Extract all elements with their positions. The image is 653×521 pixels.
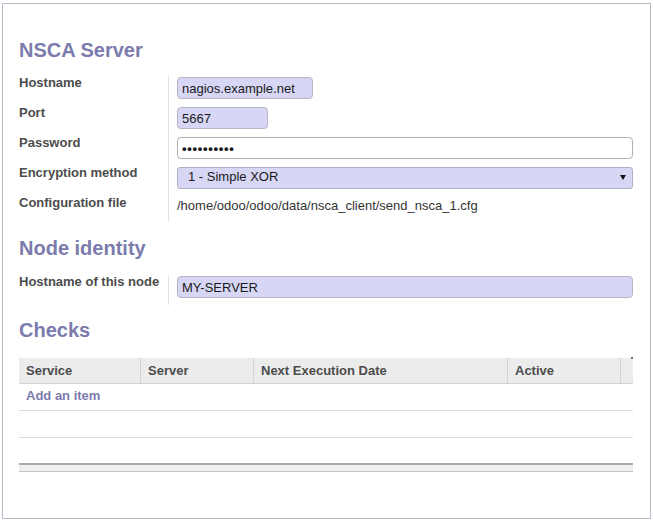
table-corner-handle — [631, 357, 633, 359]
column-header-service[interactable]: Service — [19, 358, 140, 383]
section-title-node-identity: Node identity — [19, 238, 146, 258]
configuration-file-value: /home/odoo/odoo/data/nsca_client/send_ns… — [177, 196, 478, 215]
form-row-password: Password — [19, 136, 637, 166]
column-header-active[interactable]: Active — [507, 358, 620, 383]
port-label: Port — [19, 106, 169, 136]
form-window: NSCA Server Hostname Port Password Encry… — [2, 3, 651, 519]
add-item-row: Add an item — [19, 384, 633, 411]
horizontal-scrollbar[interactable] — [19, 463, 633, 472]
form-row-node-hostname: Hostname of this node — [19, 275, 637, 305]
section-title-nsca-server: NSCA Server — [19, 40, 143, 60]
encryption-method-select[interactable]: 1 - Simple XOR — [177, 167, 633, 189]
column-header-next-execution-date[interactable]: Next Execution Date — [253, 358, 507, 383]
form-row-port: Port — [19, 106, 637, 136]
checks-table-header: Service Server Next Execution Date Activ… — [19, 358, 633, 384]
hostname-input[interactable] — [177, 77, 313, 99]
node-hostname-input[interactable] — [177, 276, 633, 298]
form-row-config-file: Configuration file /home/odoo/odoo/data/… — [19, 196, 637, 222]
hostname-label: Hostname — [19, 76, 169, 106]
empty-row — [19, 411, 633, 438]
checks-table: Service Server Next Execution Date Activ… — [19, 358, 633, 438]
password-input[interactable] — [177, 137, 633, 159]
add-an-item-link[interactable]: Add an item — [26, 388, 100, 403]
column-header-server[interactable]: Server — [140, 358, 253, 383]
form-row-encryption: Encryption method 1 - Simple XOR — [19, 166, 637, 196]
section-title-checks: Checks — [19, 320, 90, 340]
port-input[interactable] — [177, 107, 268, 129]
password-label: Password — [19, 136, 169, 166]
select-arrow-icon — [620, 175, 626, 180]
encryption-method-label: Encryption method — [19, 166, 169, 196]
configuration-file-label: Configuration file — [19, 196, 169, 222]
form-row-hostname: Hostname — [19, 76, 637, 106]
encryption-method-value: 1 - Simple XOR — [188, 169, 278, 184]
column-header-spacer — [620, 358, 634, 383]
node-hostname-label: Hostname of this node — [19, 275, 169, 305]
